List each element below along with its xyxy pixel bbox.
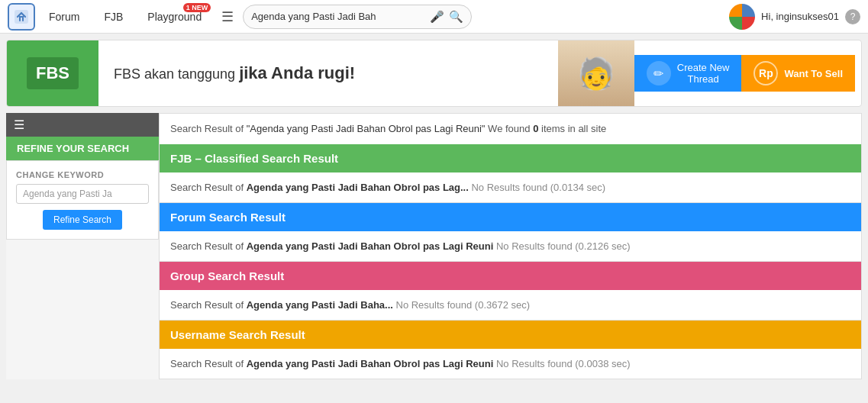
change-keyword-label: CHANGE KEYWORD xyxy=(16,170,149,179)
results-area: Search Result of "Agenda yang Pasti Jadi… xyxy=(159,113,862,379)
main-container: ☰ REFINE YOUR SEARCH CHANGE KEYWORD Refi… xyxy=(6,113,862,379)
results-header: Search Result of "Agenda yang Pasti Jadi… xyxy=(159,113,862,144)
result-section-fjb: FJB – Classified Search Result Search Re… xyxy=(159,144,862,203)
rp-icon: Rp xyxy=(753,61,778,85)
refine-search-header[interactable]: REFINE YOUR SEARCH xyxy=(6,137,159,160)
sidebar-toggle[interactable]: ☰ xyxy=(6,113,159,137)
result-section-group: Group Search Result Search Result of Age… xyxy=(159,262,862,321)
avatar[interactable] xyxy=(729,4,755,30)
search-icon[interactable]: 🔍 xyxy=(449,10,463,24)
forum-section-header: Forum Search Result xyxy=(160,203,861,231)
want-to-sell-label: Want To Sell xyxy=(784,68,843,79)
refine-search-button[interactable]: Refine Search xyxy=(43,210,122,230)
result-section-username: Username Search Result Search Result of … xyxy=(159,321,862,379)
create-thread-button[interactable]: ✏ Create New Thread xyxy=(634,55,742,92)
nav-right: Hi, inginsukses01 ? xyxy=(729,4,860,30)
banner-image: 🧓 xyxy=(558,40,634,107)
banner: FBS FBS akan tanggung jika Anda rugi! 🧓 … xyxy=(6,40,862,107)
hamburger-button[interactable]: ☰ xyxy=(215,5,240,29)
banner-title: FBS akan tanggung jika Anda rugi! xyxy=(114,63,543,83)
banner-actions: ✏ Create New Thread Rp Want To Sell xyxy=(634,55,855,92)
banner-logo-text: FBS xyxy=(27,57,79,89)
mic-icon[interactable]: 🎤 xyxy=(430,10,444,24)
banner-logo: FBS xyxy=(7,40,98,106)
logo-button[interactable] xyxy=(8,3,35,31)
sidebar-inner: CHANGE KEYWORD Refine Search xyxy=(6,160,159,240)
navbar: Forum FJB Playground 1 NEW ☰ 🎤 🔍 Hi, ing… xyxy=(0,0,868,34)
search-bar[interactable]: 🎤 🔍 xyxy=(243,5,472,29)
banner-content: FBS akan tanggung jika Anda rugi! xyxy=(98,63,558,83)
want-to-sell-button[interactable]: Rp Want To Sell xyxy=(741,55,855,92)
keyword-input[interactable] xyxy=(16,184,149,204)
user-greeting: Hi, inginsukses01 xyxy=(761,11,839,22)
username-section-body: Search Result of Agenda yang Pasti Jadi … xyxy=(160,349,861,379)
pencil-icon: ✏ xyxy=(647,61,671,85)
sidebar: ☰ REFINE YOUR SEARCH CHANGE KEYWORD Refi… xyxy=(6,113,159,379)
playground-badge: 1 NEW xyxy=(183,3,211,12)
nav-forum[interactable]: Forum xyxy=(38,0,90,34)
results-query: "Agenda yang Pasti Jadi Bahan Obrol pas … xyxy=(247,123,486,134)
fjb-section-header: FJB – Classified Search Result xyxy=(160,144,861,172)
nav-playground[interactable]: Playground 1 NEW xyxy=(137,0,212,34)
help-button[interactable]: ? xyxy=(845,9,860,24)
group-section-header: Group Search Result xyxy=(160,262,861,290)
nav-fjb[interactable]: FJB xyxy=(93,0,134,34)
create-thread-label: Create New Thread xyxy=(677,62,730,85)
search-input[interactable] xyxy=(251,11,425,22)
forum-section-body: Search Result of Agenda yang Pasti Jadi … xyxy=(160,231,861,261)
username-section-header: Username Search Result xyxy=(160,321,861,349)
group-section-body: Search Result of Agenda yang Pasti Jadi … xyxy=(160,290,861,320)
fjb-section-body: Search Result of Agenda yang Pasti Jadi … xyxy=(160,172,861,202)
result-section-forum: Forum Search Result Search Result of Age… xyxy=(159,203,862,262)
